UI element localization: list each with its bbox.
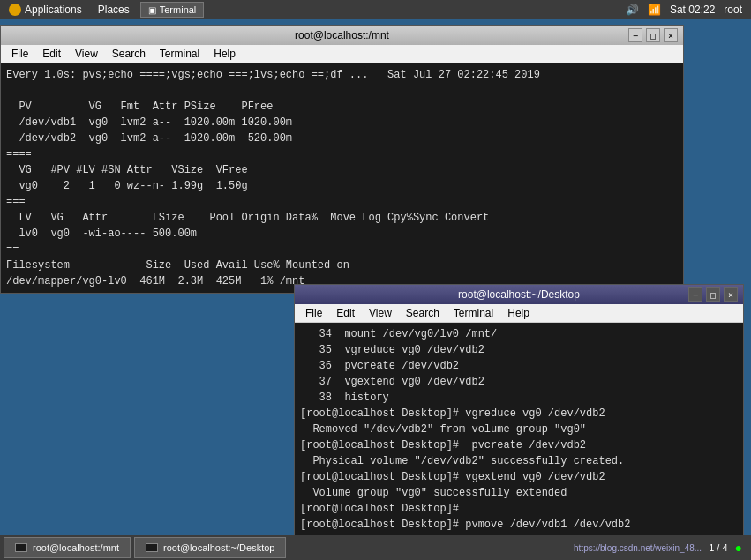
taskbar-bottom-right: https://blog.csdn.net/weixin_48... 1 / 4… (574, 541, 751, 555)
terminal-window-2: root@localhost:~/Desktop − □ × File Edit… (294, 284, 744, 560)
terminal-window-1: root@localhost:/mnt − □ × File Edit View… (0, 25, 684, 294)
terminal-body-2: 34 mount /dev/vg0/lv0 /mnt/ 35 vgreduce … (295, 323, 743, 560)
menu-bar-2: File Edit View Search Terminal Help (295, 304, 743, 323)
terminal-label: Terminal (160, 4, 197, 15)
taskbar-item-2-label: root@localhost:~/Desktop (163, 542, 274, 553)
terminal-icon: ▣ (148, 5, 156, 15)
maximize-button-1[interactable]: □ (646, 28, 660, 42)
minimize-button-2[interactable]: − (688, 287, 702, 302)
datetime: Sat 02:22 (670, 4, 715, 16)
user-label: root (724, 4, 742, 16)
menu-view-2[interactable]: View (362, 305, 399, 321)
app-icon (9, 4, 21, 16)
close-button-2[interactable]: × (724, 287, 738, 302)
menu-terminal-2[interactable]: Terminal (447, 305, 500, 321)
places-label: Places (98, 4, 130, 16)
menu-file-2[interactable]: File (298, 305, 329, 321)
terminal-body-1: Every 1.0s: pvs;echo ====;vgs;echo ===;l… (1, 63, 683, 293)
url-display: https://blog.csdn.net/weixin_48... (574, 543, 702, 553)
title-bar-2[interactable]: root@localhost:~/Desktop − □ × (295, 285, 743, 304)
places-menu[interactable]: Places (91, 4, 137, 16)
taskbar-item-1[interactable]: root@localhost:/mnt (4, 537, 131, 558)
taskbar-bottom: root@localhost:/mnt root@localhost:~/Des… (0, 535, 751, 560)
menu-bar-1: File Edit View Search Terminal Help (1, 45, 683, 63)
taskbar-right: 🔊 📶 Sat 02:22 root (626, 4, 751, 16)
title-bar-buttons-1: − □ × (628, 28, 678, 42)
menu-file-1[interactable]: File (4, 46, 35, 62)
page-indicator: 1 / 4 (709, 542, 727, 553)
menu-search-1[interactable]: Search (105, 46, 153, 62)
title-bar-1[interactable]: root@localhost:/mnt − □ × (1, 26, 683, 45)
network-icon: 📶 (648, 4, 661, 16)
applications-label: Applications (25, 4, 82, 16)
menu-help-1[interactable]: Help (207, 46, 243, 62)
taskbar-top-left: Applications Places ▣ Terminal (0, 0, 204, 19)
maximize-button-2[interactable]: □ (706, 287, 720, 302)
taskbar-item-2[interactable]: root@localhost:~/Desktop (134, 537, 286, 558)
terminal-button[interactable]: ▣ Terminal (140, 2, 205, 18)
title-text-1: root@localhost:/mnt (6, 29, 678, 41)
title-text-2: root@localhost:~/Desktop (300, 288, 738, 301)
taskbar-top: Applications Places ▣ Terminal 🔊 📶 Sat 0… (0, 0, 751, 19)
title-bar-buttons-2: − □ × (688, 287, 738, 302)
minimize-button-1[interactable]: − (628, 28, 642, 42)
taskbar-item-1-label: root@localhost:/mnt (33, 542, 119, 553)
menu-help-2[interactable]: Help (500, 305, 537, 321)
menu-edit-2[interactable]: Edit (329, 305, 362, 321)
terminal-icon-2 (146, 543, 158, 552)
menu-view-1[interactable]: View (68, 46, 105, 62)
menu-edit-1[interactable]: Edit (35, 46, 68, 62)
terminal-icon-1 (15, 543, 27, 552)
close-button-1[interactable]: × (664, 28, 678, 42)
wifi-icon: ● (735, 541, 742, 555)
menu-search-2[interactable]: Search (399, 305, 447, 321)
menu-terminal-1[interactable]: Terminal (153, 46, 207, 62)
applications-menu[interactable]: Applications (0, 0, 91, 19)
volume-icon: 🔊 (626, 4, 639, 16)
